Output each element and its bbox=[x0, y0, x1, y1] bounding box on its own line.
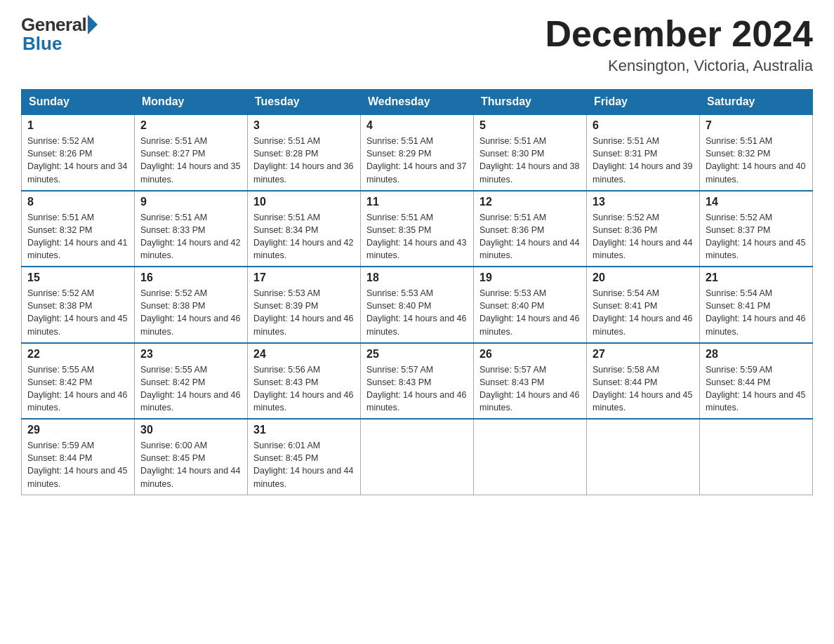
calendar-header-thursday: Thursday bbox=[474, 90, 587, 115]
calendar-cell: 2Sunrise: 5:51 AMSunset: 8:27 PMDaylight… bbox=[135, 114, 248, 191]
calendar-cell: 17Sunrise: 5:53 AMSunset: 8:39 PMDayligh… bbox=[248, 267, 361, 343]
calendar-cell bbox=[361, 419, 474, 495]
calendar-cell: 1Sunrise: 5:52 AMSunset: 8:26 PMDaylight… bbox=[22, 114, 135, 191]
calendar-cell: 10Sunrise: 5:51 AMSunset: 8:34 PMDayligh… bbox=[248, 191, 361, 267]
day-number: 31 bbox=[253, 424, 355, 436]
day-number: 27 bbox=[593, 348, 694, 361]
calendar-header-sunday: Sunday bbox=[22, 90, 135, 115]
day-number: 13 bbox=[593, 196, 694, 208]
day-number: 6 bbox=[593, 119, 694, 132]
day-number: 11 bbox=[366, 196, 468, 208]
calendar-header-saturday: Saturday bbox=[700, 90, 813, 115]
day-sun-info: Sunrise: 5:58 AMSunset: 8:44 PMDaylight:… bbox=[593, 363, 694, 415]
day-number: 10 bbox=[253, 196, 355, 208]
title-section: December 2024 Kensington, Victoria, Aust… bbox=[545, 14, 813, 75]
day-number: 8 bbox=[27, 196, 128, 208]
day-number: 29 bbox=[27, 424, 128, 436]
calendar-cell bbox=[474, 419, 587, 495]
calendar-cell: 16Sunrise: 5:52 AMSunset: 8:38 PMDayligh… bbox=[135, 267, 248, 343]
day-number: 16 bbox=[140, 271, 241, 284]
day-number: 22 bbox=[27, 348, 128, 361]
day-sun-info: Sunrise: 5:59 AMSunset: 8:44 PMDaylight:… bbox=[706, 363, 807, 415]
day-number: 14 bbox=[706, 196, 807, 208]
day-number: 19 bbox=[479, 271, 581, 284]
day-sun-info: Sunrise: 5:52 AMSunset: 8:26 PMDaylight:… bbox=[27, 135, 128, 186]
day-number: 15 bbox=[27, 271, 128, 284]
day-sun-info: Sunrise: 5:51 AMSunset: 8:28 PMDaylight:… bbox=[253, 135, 355, 186]
page-header: General Blue December 2024 Kensington, V… bbox=[21, 14, 813, 75]
day-sun-info: Sunrise: 6:01 AMSunset: 8:45 PMDaylight:… bbox=[253, 439, 355, 490]
calendar-cell: 20Sunrise: 5:54 AMSunset: 8:41 PMDayligh… bbox=[587, 267, 700, 343]
logo-arrow-icon bbox=[88, 15, 98, 34]
calendar-table: SundayMondayTuesdayWednesdayThursdayFrid… bbox=[21, 89, 813, 495]
logo: General Blue bbox=[21, 14, 98, 55]
day-sun-info: Sunrise: 5:54 AMSunset: 8:41 PMDaylight:… bbox=[706, 287, 807, 338]
day-sun-info: Sunrise: 5:53 AMSunset: 8:40 PMDaylight:… bbox=[479, 287, 581, 338]
calendar-week-row: 29Sunrise: 5:59 AMSunset: 8:44 PMDayligh… bbox=[22, 419, 813, 495]
calendar-cell bbox=[700, 419, 813, 495]
day-sun-info: Sunrise: 5:54 AMSunset: 8:41 PMDaylight:… bbox=[593, 287, 694, 338]
calendar-cell: 9Sunrise: 5:51 AMSunset: 8:33 PMDaylight… bbox=[135, 191, 248, 267]
calendar-cell: 30Sunrise: 6:00 AMSunset: 8:45 PMDayligh… bbox=[135, 419, 248, 495]
calendar-header-row: SundayMondayTuesdayWednesdayThursdayFrid… bbox=[22, 90, 813, 115]
calendar-cell: 27Sunrise: 5:58 AMSunset: 8:44 PMDayligh… bbox=[587, 343, 700, 420]
calendar-cell: 21Sunrise: 5:54 AMSunset: 8:41 PMDayligh… bbox=[700, 267, 813, 343]
calendar-header-friday: Friday bbox=[587, 90, 700, 115]
calendar-header-wednesday: Wednesday bbox=[361, 90, 474, 115]
day-number: 25 bbox=[366, 348, 468, 361]
day-number: 1 bbox=[27, 119, 128, 132]
calendar-header-tuesday: Tuesday bbox=[248, 90, 361, 115]
day-number: 3 bbox=[253, 119, 355, 132]
calendar-cell: 13Sunrise: 5:52 AMSunset: 8:36 PMDayligh… bbox=[587, 191, 700, 267]
month-title: December 2024 bbox=[545, 14, 813, 54]
calendar-week-row: 15Sunrise: 5:52 AMSunset: 8:38 PMDayligh… bbox=[22, 267, 813, 343]
calendar-cell: 6Sunrise: 5:51 AMSunset: 8:31 PMDaylight… bbox=[587, 114, 700, 191]
day-number: 9 bbox=[140, 196, 241, 208]
calendar-cell: 3Sunrise: 5:51 AMSunset: 8:28 PMDaylight… bbox=[248, 114, 361, 191]
calendar-cell: 5Sunrise: 5:51 AMSunset: 8:30 PMDaylight… bbox=[474, 114, 587, 191]
calendar-cell: 12Sunrise: 5:51 AMSunset: 8:36 PMDayligh… bbox=[474, 191, 587, 267]
day-sun-info: Sunrise: 5:51 AMSunset: 8:31 PMDaylight:… bbox=[593, 135, 694, 186]
calendar-week-row: 22Sunrise: 5:55 AMSunset: 8:42 PMDayligh… bbox=[22, 343, 813, 420]
day-sun-info: Sunrise: 5:51 AMSunset: 8:34 PMDaylight:… bbox=[253, 211, 355, 262]
day-number: 20 bbox=[593, 271, 694, 284]
day-sun-info: Sunrise: 5:51 AMSunset: 8:35 PMDaylight:… bbox=[366, 211, 468, 262]
day-number: 30 bbox=[140, 424, 241, 436]
day-number: 5 bbox=[479, 119, 581, 132]
day-sun-info: Sunrise: 5:52 AMSunset: 8:37 PMDaylight:… bbox=[706, 211, 807, 262]
calendar-cell: 22Sunrise: 5:55 AMSunset: 8:42 PMDayligh… bbox=[22, 343, 135, 420]
calendar-week-row: 8Sunrise: 5:51 AMSunset: 8:32 PMDaylight… bbox=[22, 191, 813, 267]
day-number: 7 bbox=[706, 119, 807, 132]
day-number: 28 bbox=[706, 348, 807, 361]
day-sun-info: Sunrise: 5:57 AMSunset: 8:43 PMDaylight:… bbox=[479, 363, 581, 415]
day-number: 24 bbox=[253, 348, 355, 361]
day-sun-info: Sunrise: 5:51 AMSunset: 8:33 PMDaylight:… bbox=[140, 211, 241, 262]
day-number: 12 bbox=[479, 196, 581, 208]
calendar-cell: 18Sunrise: 5:53 AMSunset: 8:40 PMDayligh… bbox=[361, 267, 474, 343]
day-sun-info: Sunrise: 5:51 AMSunset: 8:32 PMDaylight:… bbox=[27, 211, 128, 262]
calendar-cell: 25Sunrise: 5:57 AMSunset: 8:43 PMDayligh… bbox=[361, 343, 474, 420]
calendar-cell: 14Sunrise: 5:52 AMSunset: 8:37 PMDayligh… bbox=[700, 191, 813, 267]
calendar-cell: 19Sunrise: 5:53 AMSunset: 8:40 PMDayligh… bbox=[474, 267, 587, 343]
calendar-cell: 29Sunrise: 5:59 AMSunset: 8:44 PMDayligh… bbox=[22, 419, 135, 495]
day-sun-info: Sunrise: 5:51 AMSunset: 8:30 PMDaylight:… bbox=[479, 135, 581, 186]
calendar-cell: 24Sunrise: 5:56 AMSunset: 8:43 PMDayligh… bbox=[248, 343, 361, 420]
day-sun-info: Sunrise: 5:57 AMSunset: 8:43 PMDaylight:… bbox=[366, 363, 468, 415]
day-number: 4 bbox=[366, 119, 468, 132]
day-sun-info: Sunrise: 5:51 AMSunset: 8:36 PMDaylight:… bbox=[479, 211, 581, 262]
calendar-header-monday: Monday bbox=[135, 90, 248, 115]
calendar-cell: 26Sunrise: 5:57 AMSunset: 8:43 PMDayligh… bbox=[474, 343, 587, 420]
calendar-cell: 15Sunrise: 5:52 AMSunset: 8:38 PMDayligh… bbox=[22, 267, 135, 343]
day-number: 23 bbox=[140, 348, 241, 361]
day-sun-info: Sunrise: 5:53 AMSunset: 8:40 PMDaylight:… bbox=[366, 287, 468, 338]
calendar-cell: 8Sunrise: 5:51 AMSunset: 8:32 PMDaylight… bbox=[22, 191, 135, 267]
day-sun-info: Sunrise: 5:51 AMSunset: 8:32 PMDaylight:… bbox=[706, 135, 807, 186]
day-sun-info: Sunrise: 5:53 AMSunset: 8:39 PMDaylight:… bbox=[253, 287, 355, 338]
day-sun-info: Sunrise: 6:00 AMSunset: 8:45 PMDaylight:… bbox=[140, 439, 241, 490]
calendar-cell: 28Sunrise: 5:59 AMSunset: 8:44 PMDayligh… bbox=[700, 343, 813, 420]
calendar-cell bbox=[587, 419, 700, 495]
location-subtitle: Kensington, Victoria, Australia bbox=[545, 57, 813, 75]
day-sun-info: Sunrise: 5:52 AMSunset: 8:38 PMDaylight:… bbox=[140, 287, 241, 338]
day-sun-info: Sunrise: 5:55 AMSunset: 8:42 PMDaylight:… bbox=[140, 363, 241, 415]
day-number: 17 bbox=[253, 271, 355, 284]
